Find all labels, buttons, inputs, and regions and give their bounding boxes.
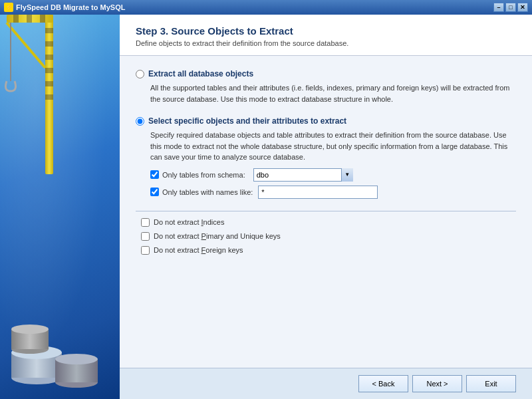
names-label-text: Only tables with names like: (162, 188, 253, 196)
left-panel (0, 15, 120, 399)
step-description: Define objects to extract their definiti… (136, 39, 516, 47)
title-bar: ⚡ FlySpeed DB Migrate to MySQL – □ ✕ (0, 0, 532, 15)
schema-label-text: Only tables from schema: (162, 171, 245, 179)
select-specific-radio[interactable] (136, 117, 144, 126)
step-title: Step 3. Source Objects to Extract (136, 25, 516, 37)
select-specific-radio-label[interactable]: Select specific objects and their attrib… (136, 116, 516, 126)
svg-line-2 (7, 23, 45, 68)
extract-all-section: Extract all database objects All the sup… (136, 69, 516, 104)
no-indices-label[interactable]: Do not extract Indices (154, 218, 224, 226)
extract-all-radio-label[interactable]: Extract all database objects (136, 69, 516, 78)
divider (136, 211, 516, 211)
no-indices-checkbox[interactable] (141, 218, 150, 227)
svg-rect-11 (13, 15, 19, 23)
svg-rect-6 (45, 41, 53, 47)
svg-rect-10 (45, 94, 53, 100)
no-primary-keys-checkbox[interactable] (141, 232, 150, 241)
close-button[interactable]: ✕ (517, 3, 528, 12)
svg-point-19 (55, 354, 98, 364)
svg-rect-5 (45, 28, 53, 33)
schema-checkbox-label[interactable]: Only tables from schema: (150, 170, 251, 179)
names-input[interactable] (258, 186, 378, 199)
step-header: Step 3. Source Objects to Extract Define… (120, 15, 532, 56)
database-illustration (0, 266, 120, 399)
names-checkbox[interactable] (150, 188, 159, 196)
main-window: Step 3. Source Objects to Extract Define… (0, 15, 532, 399)
svg-rect-7 (45, 55, 53, 60)
schema-field-row: Only tables from schema: dbo ▼ (150, 168, 516, 182)
schema-select[interactable]: dbo (253, 168, 353, 182)
no-foreign-keys-option: Do not extract Foreign keys (141, 246, 516, 255)
extract-all-description: All the supported tables and their attri… (150, 82, 516, 104)
main-content: Extract all database objects All the sup… (120, 56, 532, 368)
content-panel: Step 3. Source Objects to Extract Define… (120, 15, 532, 399)
svg-point-22 (11, 325, 49, 334)
minimize-button[interactable]: – (493, 3, 504, 12)
no-indices-option: Do not extract Indices (141, 218, 516, 227)
svg-rect-8 (45, 68, 53, 73)
next-button[interactable]: Next > (412, 375, 462, 392)
names-field-row: Only tables with names like: (150, 186, 516, 199)
no-foreign-keys-checkbox[interactable] (141, 246, 150, 255)
maximize-button[interactable]: □ (505, 3, 516, 12)
no-primary-keys-option: Do not extract Pimary and Unique keys (141, 232, 516, 241)
no-foreign-keys-label[interactable]: Do not extract Foreign keys (154, 246, 243, 254)
exit-button[interactable]: Exit (466, 375, 516, 392)
svg-rect-12 (27, 15, 32, 23)
extract-all-label: Extract all database objects (148, 69, 253, 78)
extract-all-radio[interactable] (136, 70, 144, 78)
title-bar-text: FlySpeed DB Migrate to MySQL (16, 3, 125, 11)
footer: < Back Next > Exit (120, 368, 532, 399)
back-button[interactable]: < Back (358, 375, 408, 392)
crane-illustration (0, 15, 120, 281)
schema-select-wrapper: dbo ▼ (253, 168, 353, 182)
svg-rect-13 (40, 15, 45, 23)
window-controls: – □ ✕ (493, 3, 528, 12)
select-specific-description: Specify required database objects and ta… (150, 130, 516, 163)
names-checkbox-label[interactable]: Only tables with names like: (150, 188, 258, 196)
app-icon: ⚡ (4, 3, 13, 12)
schema-checkbox[interactable] (150, 170, 159, 179)
no-primary-keys-label[interactable]: Do not extract Pimary and Unique keys (154, 232, 281, 240)
select-specific-section: Select specific objects and their attrib… (136, 116, 516, 199)
svg-rect-9 (45, 81, 53, 86)
select-specific-label: Select specific objects and their attrib… (148, 116, 346, 126)
